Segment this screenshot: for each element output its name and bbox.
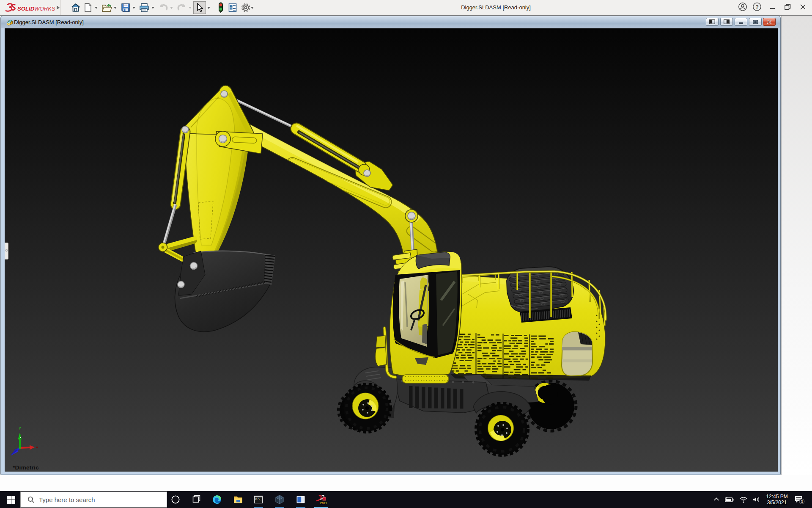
doc-minimize-button[interactable] <box>735 18 747 26</box>
options-gear-icon[interactable] <box>239 1 252 14</box>
undo-icon[interactable] <box>157 1 170 14</box>
volume-icon[interactable] <box>751 491 763 508</box>
clock-time: 12:45 PM <box>764 494 790 500</box>
new-document-icon[interactable] <box>82 1 94 14</box>
minimize-icon <box>770 4 776 11</box>
minimize-button[interactable] <box>765 0 780 15</box>
brand-light: WORKS <box>34 6 55 12</box>
close-button[interactable] <box>796 0 810 15</box>
home-icon[interactable] <box>69 1 82 14</box>
toggle-right-pane-button[interactable] <box>720 18 733 26</box>
cab-step <box>402 375 449 383</box>
view-orientation-label: *Dimetric <box>13 464 39 471</box>
document-window: Digger.SLDASM [Read-only] <box>0 16 781 475</box>
taskbar-clock[interactable]: 12:45 PM 3/5/2021 <box>764 491 790 508</box>
dropdown-caret-icon[interactable] <box>207 6 211 9</box>
dropdown-caret-icon[interactable] <box>132 6 136 9</box>
app-title: Digger.SLDASM [Read-only] <box>444 0 548 15</box>
restore-icon <box>785 4 791 12</box>
document-titlebar[interactable]: Digger.SLDASM [Read-only] <box>1 16 780 28</box>
graphics-viewport[interactable]: Y *Dimetric <box>5 28 778 472</box>
featuremanager-collapsed-tab[interactable] <box>5 243 8 260</box>
triad-y-label: Y <box>19 426 22 431</box>
restore-button[interactable] <box>780 0 795 15</box>
print-icon[interactable] <box>138 1 151 14</box>
status-bar <box>0 475 812 491</box>
help-icon: ? <box>752 2 762 13</box>
tray-expand-chevron-icon[interactable] <box>710 491 722 508</box>
dropdown-caret-icon[interactable] <box>95 6 98 9</box>
wifi-icon[interactable] <box>738 491 749 508</box>
rear-window <box>562 332 593 376</box>
redo-icon[interactable] <box>176 1 188 14</box>
dropdown-caret-icon[interactable] <box>151 6 155 9</box>
action-center-button[interactable]: 3 <box>792 491 807 508</box>
orientation-triad: Y <box>11 426 38 456</box>
windshield <box>399 275 429 347</box>
user-account-icon <box>738 2 747 13</box>
clock-date: 3/5/2021 <box>764 500 790 505</box>
toolbar-flyout-arrow-icon[interactable] <box>56 5 60 11</box>
user-account-button[interactable] <box>735 0 750 15</box>
dropdown-caret-icon[interactable] <box>251 6 254 9</box>
solidworks-logo: SOLID WORKS <box>3 2 55 14</box>
dropdown-caret-icon[interactable] <box>189 6 192 9</box>
task-pane-collapsed[interactable] <box>781 16 812 475</box>
assembly-document-icon <box>6 19 14 26</box>
battery-icon[interactable] <box>723 491 735 508</box>
report-icon[interactable] <box>226 1 239 14</box>
engine-cover <box>505 267 573 313</box>
bucket-cylinder <box>163 132 185 245</box>
bucket[interactable] <box>175 251 275 332</box>
help-button[interactable]: ? <box>750 0 764 15</box>
close-icon <box>800 4 806 12</box>
save-icon[interactable] <box>119 1 132 14</box>
doc-close-button[interactable] <box>763 18 776 26</box>
system-tray: 3 <box>0 491 812 508</box>
solidworks-application: SOLID WORKS <box>0 0 812 508</box>
open-icon[interactable] <box>101 1 113 14</box>
dropdown-caret-icon[interactable] <box>114 6 117 9</box>
dropdown-caret-icon[interactable] <box>170 6 173 9</box>
rear-wheel <box>476 403 528 456</box>
document-title: Digger.SLDASM [Read-only] <box>14 16 84 28</box>
app-titlebar: SOLID WORKS <box>0 0 812 16</box>
toolbar-separator <box>60 0 61 15</box>
windows-taskbar: Type here to search C:\_ 2021 3 12:45 PM… <box>0 491 812 508</box>
notification-badge: 3 <box>801 500 803 504</box>
excavator-3d-model[interactable]: Y <box>5 28 778 472</box>
svg-text:?: ? <box>755 4 759 10</box>
brand-bold: SOLID <box>17 6 35 12</box>
toggle-left-pane-button[interactable] <box>706 18 719 26</box>
excavator-body-house[interactable] <box>450 267 606 382</box>
select-arrow-icon[interactable] <box>193 1 206 14</box>
front-wheel <box>343 384 391 432</box>
doc-restore-button[interactable] <box>749 18 762 26</box>
display-states-icon[interactable] <box>214 1 227 14</box>
